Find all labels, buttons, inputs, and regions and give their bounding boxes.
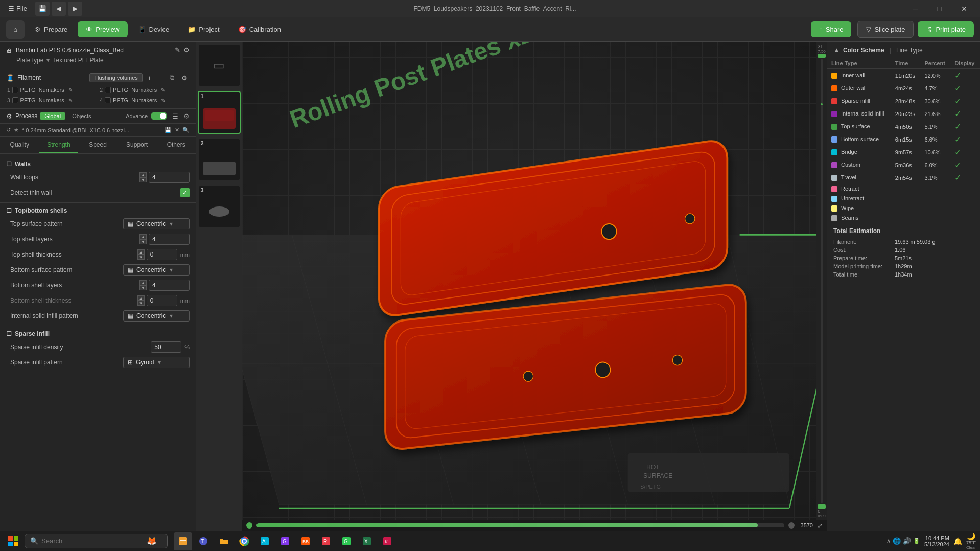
sparse-infill-collapse-icon[interactable]: ☐ xyxy=(6,330,12,337)
minimize-button[interactable]: ─ xyxy=(903,1,927,17)
printer-settings-icon[interactable]: ⚙ xyxy=(183,46,190,54)
close-button[interactable]: ✕ xyxy=(952,1,976,17)
tab-calibration[interactable]: 🎯 Calibration xyxy=(230,21,289,37)
walls-collapse-icon[interactable]: ☐ xyxy=(6,160,12,168)
tab-strength[interactable]: Strength xyxy=(39,137,79,153)
maximize-button[interactable]: □ xyxy=(928,1,951,17)
top-shell-thickness-spinner[interactable]: ▲ ▼ xyxy=(137,249,145,260)
top-surface-pattern-dropdown[interactable]: ▦ Concentric ▾ xyxy=(123,218,190,229)
profile-search-icon[interactable]: 🔍 xyxy=(182,127,190,133)
display-cell[interactable] xyxy=(950,184,980,194)
progress-bar[interactable] xyxy=(256,523,784,527)
refresh-icon[interactable]: ↺ xyxy=(6,127,11,133)
settings-icon[interactable]: ☰ xyxy=(172,112,178,120)
back-button[interactable]: ◀ xyxy=(52,2,66,16)
axis-top-thumb[interactable] xyxy=(818,54,826,58)
taskbar-chrome-icon[interactable] xyxy=(235,532,253,550)
filament-remove-button[interactable]: − xyxy=(156,73,165,83)
taskbar-teams-icon[interactable]: T xyxy=(194,532,213,550)
tab-device[interactable]: 📱 Device xyxy=(130,21,178,37)
taskbar-app2-icon[interactable]: G xyxy=(276,532,294,550)
display-cell[interactable] xyxy=(950,203,980,213)
filament-1-edit[interactable]: ✎ xyxy=(68,87,73,93)
thumbnail-home[interactable]: ▭ xyxy=(198,44,241,87)
bottom-surface-pattern-dropdown[interactable]: ▦ Concentric ▾ xyxy=(123,264,190,276)
sparse-infill-pattern-dropdown[interactable]: ⊞ Gyroid ▾ xyxy=(123,357,190,368)
objects-button[interactable]: Objects xyxy=(68,112,95,120)
taskbar-app6-icon[interactable]: K xyxy=(378,532,396,550)
collapse-icon[interactable]: ▲ xyxy=(833,46,840,54)
adjust-icon[interactable]: ⚙ xyxy=(183,112,190,120)
display-cell[interactable]: ✓ xyxy=(950,82,980,95)
print-button[interactable]: 🖨 Print plate xyxy=(918,21,974,37)
detect-thin-wall-checkbox[interactable]: ✓ xyxy=(180,188,190,197)
global-button[interactable]: Global xyxy=(40,112,65,120)
tab-preview[interactable]: 👁 Preview xyxy=(78,21,127,37)
display-cell[interactable]: ✓ xyxy=(950,69,980,82)
profile-close-icon[interactable]: ✕ xyxy=(175,127,179,133)
thumbnail-plate-1[interactable]: 1 xyxy=(198,91,241,134)
tab-quality[interactable]: Quality xyxy=(0,137,39,153)
bottom-shell-thickness-input[interactable] xyxy=(147,295,177,306)
slice-button[interactable]: ▽ Slice plate xyxy=(857,21,914,38)
top-shell-layers-spinner[interactable]: ▲ ▼ xyxy=(139,234,147,244)
notification-icon[interactable]: 🔔 xyxy=(953,537,962,545)
clock[interactable]: 10:44 PM 5/12/2024 xyxy=(924,535,949,547)
wall-loops-input[interactable] xyxy=(149,172,190,183)
viewport[interactable]: Rolling Post Plates x2 xyxy=(242,42,827,531)
top-shell-layers-input[interactable] xyxy=(149,234,190,245)
filament-copy-button[interactable]: ⧉ xyxy=(168,73,176,83)
tab-support[interactable]: Support xyxy=(118,137,157,153)
profile-name[interactable]: * 0.24mm Standard @BBL X1C 0.6 nozzl... xyxy=(22,127,161,133)
home-button[interactable]: ⌂ xyxy=(6,20,25,39)
filament-slot-1[interactable]: 1 PETG_Numakers_... ✎ xyxy=(6,86,97,94)
sound-icon[interactable]: 🔊 xyxy=(903,537,911,545)
search-input[interactable] xyxy=(41,537,144,545)
filament-add-button[interactable]: + xyxy=(146,73,154,83)
weather-widget[interactable]: 🌙 75°F Clear xyxy=(966,532,976,550)
filament-slot-2[interactable]: 2 PETG_Numakers_... ✎ xyxy=(99,86,190,94)
filament-3-edit[interactable]: ✎ xyxy=(68,98,73,103)
taskbar-app1-icon[interactable]: A xyxy=(255,532,274,550)
taskbar-app3-icon[interactable]: BB xyxy=(296,532,315,550)
tab-others[interactable]: Others xyxy=(156,137,196,153)
expand-icon[interactable]: ⤢ xyxy=(817,522,823,530)
filament-slot-4[interactable]: 4 PETG_Numakers_... ✎ xyxy=(99,96,190,104)
display-cell[interactable]: ✓ xyxy=(950,95,980,107)
taskbar-search-bar[interactable]: 🔍 🦊 xyxy=(25,534,168,548)
top-bottom-collapse-icon[interactable]: ☐ xyxy=(6,207,12,214)
taskbar-app4-icon[interactable]: R xyxy=(317,532,335,550)
top-shell-thickness-input[interactable] xyxy=(147,249,177,260)
tab-speed[interactable]: Speed xyxy=(78,137,118,153)
forward-button[interactable]: ▶ xyxy=(68,2,82,16)
profile-save-icon[interactable]: 💾 xyxy=(165,127,172,133)
filament-2-edit[interactable]: ✎ xyxy=(161,87,165,93)
network-icon[interactable]: 🌐 xyxy=(893,537,901,545)
printer-edit-icon[interactable]: ✎ xyxy=(175,46,180,54)
display-cell[interactable]: ✓ xyxy=(950,171,980,184)
display-cell[interactable]: ✓ xyxy=(950,158,980,171)
display-cell[interactable]: ✓ xyxy=(950,120,980,133)
tab-prepare[interactable]: ⚙ Prepare xyxy=(27,21,76,37)
plate-type-value[interactable]: Textured PEI Plate xyxy=(53,57,103,64)
filament-4-edit[interactable]: ✎ xyxy=(161,98,165,103)
taskbar-folder-icon[interactable] xyxy=(215,532,233,550)
taskbar-files-icon[interactable] xyxy=(174,532,192,550)
chevron-up-icon[interactable]: ∧ xyxy=(886,538,891,544)
save-button[interactable]: 💾 xyxy=(35,2,50,16)
bottom-shell-layers-input[interactable] xyxy=(149,280,190,291)
display-cell[interactable]: ✓ xyxy=(950,146,980,158)
start-button[interactable] xyxy=(4,532,22,550)
battery-icon[interactable]: 🔋 xyxy=(913,538,920,544)
taskbar-app5-icon[interactable]: G xyxy=(337,532,356,550)
display-cell[interactable] xyxy=(950,213,980,223)
display-cell[interactable]: ✓ xyxy=(950,107,980,120)
flushing-button[interactable]: Flushing volumes xyxy=(89,73,143,82)
bottom-shell-thickness-spinner[interactable]: ▲ ▼ xyxy=(137,295,145,306)
share-button[interactable]: ↑ Share xyxy=(811,21,851,37)
bottom-shell-layers-spinner[interactable]: ▲ ▼ xyxy=(139,280,147,290)
sparse-infill-density-input[interactable] xyxy=(151,341,181,353)
thumbnail-plate-3[interactable]: 3 xyxy=(198,185,241,228)
display-cell[interactable] xyxy=(950,194,980,203)
thumbnail-plate-2[interactable]: 2 xyxy=(198,138,241,181)
